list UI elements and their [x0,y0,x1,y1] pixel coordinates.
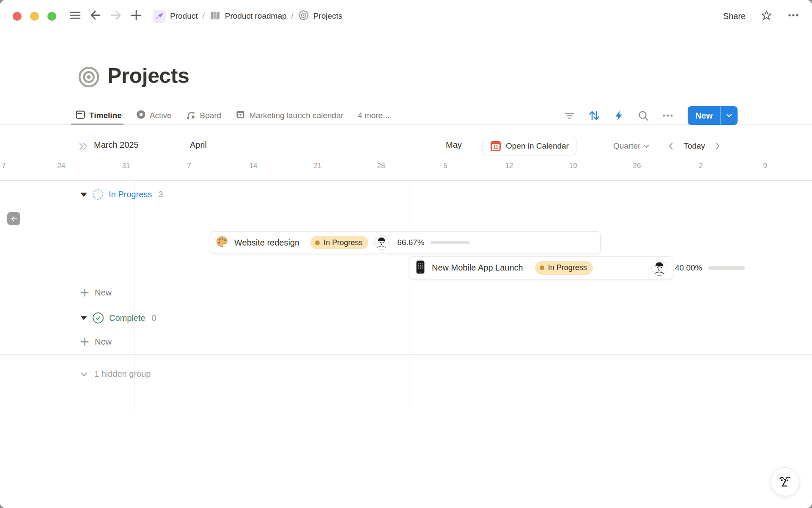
ellipsis-icon[interactable] [661,109,674,122]
open-in-calendar-button[interactable]: 11 Open in Calendar [483,137,576,155]
zoom-window-button[interactable] [47,12,56,21]
timeline-range-controls: Quarter Today [613,137,721,155]
back-button[interactable] [88,9,103,23]
tab-label: Board [200,111,221,120]
calendar-view-icon [236,110,245,121]
breadcrumb-label: Product [170,11,198,21]
breadcrumb-separator: / [202,11,204,21]
palette-emoji [216,235,228,250]
group-header-in-progress[interactable]: In Progress 3 [80,189,163,200]
new-button[interactable]: New [688,106,720,125]
status-label: In Progress [324,238,362,247]
mobile-phone-emoji [415,260,426,276]
breadcrumb-item-projects[interactable]: Projects [298,10,343,23]
date-tick: 21 [314,162,322,170]
date-tick: 19 [569,162,577,170]
titlebar: Product / Product roadmap / Projects Sha… [0,0,812,32]
scroll-months-icon[interactable] [78,142,88,153]
sort-icon[interactable] [588,109,601,122]
add-new-task-button[interactable]: New [80,288,112,298]
chevron-left-icon [667,142,675,150]
page-title: Projects [107,64,189,88]
status-badge[interactable]: In Progress [535,261,593,275]
status-badge[interactable]: In Progress [310,236,368,249]
month-gridline-june [692,181,692,410]
assignee-avatar[interactable] [651,260,667,276]
tab-label: Marketing launch calendar [249,111,343,120]
lightning-icon[interactable] [612,109,625,122]
titlebar-actions: Share [723,9,799,23]
favorite-star-icon[interactable] [761,10,772,23]
group-header-complete[interactable]: Complete 0 [80,312,156,323]
breadcrumb-label: Product roadmap [225,11,287,21]
page-target-icon[interactable] [77,66,100,90]
collapse-caret-icon[interactable] [80,316,87,320]
next-period-button[interactable] [714,142,721,150]
task-bar-website-redesign[interactable]: Website redesign In Progress 66.67% [210,231,601,254]
search-icon[interactable] [637,109,650,122]
status-dot-icon [315,240,320,245]
filter-icon[interactable] [563,109,576,122]
scroll-left-button[interactable] [7,212,20,225]
group-count: 3 [158,190,163,199]
task-title: New Mobile App Launch [432,263,523,273]
plus-icon [80,337,89,346]
add-new-task-button[interactable]: New [80,337,112,347]
new-dropdown-button[interactable] [721,106,738,125]
tab-active[interactable]: Active [136,106,172,125]
group-name: Complete [109,313,145,323]
new-row-label: New [95,288,112,298]
today-button[interactable]: Today [683,141,705,151]
prev-period-button[interactable] [667,142,675,150]
notion-ai-button[interactable] [771,467,799,496]
new-row-label: New [95,337,112,347]
breadcrumb-item-product-roadmap[interactable]: Product roadmap [209,9,287,23]
close-window-button[interactable] [13,12,22,21]
date-tick: 14 [250,162,258,170]
chevron-down-icon [80,370,89,379]
minimize-window-button[interactable] [30,12,39,21]
date-tick: 28 [377,162,385,170]
month-label-may[interactable]: May [446,140,462,150]
group-name: In Progress [109,190,152,199]
tab-board[interactable]: Board [186,106,221,125]
hidden-group-divider [0,354,812,355]
more-options-icon[interactable] [787,9,799,23]
group-count: 0 [152,313,156,323]
tab-more-views[interactable]: 4 more... [358,106,390,125]
breadcrumb-item-product[interactable]: Product [153,10,198,23]
task2-progress-readout: 40.00% [675,256,746,279]
progress-percent: 66.67% [397,238,424,247]
sidebar-menu-button[interactable] [68,9,82,23]
new-page-button[interactable] [129,9,143,23]
open-in-calendar-label: Open in Calendar [506,141,569,151]
task-bar-new-mobile-app-launch[interactable]: New Mobile App Launch In Progress [409,256,673,279]
timeline-view-icon [75,110,85,122]
status-dot-icon [540,265,544,270]
target-icon [298,10,309,23]
breadcrumb-label: Projects [313,11,343,21]
new-button-group: New [688,106,738,125]
date-tick: 7 [2,162,5,170]
zoom-level-value: Quarter [613,141,640,151]
tab-label: 4 more... [358,111,390,120]
plus-icon [130,9,143,23]
view-tabs: Timeline Active Board Marketing launch c… [75,106,390,125]
forward-button[interactable] [109,9,123,23]
assignee-avatar[interactable] [374,235,389,250]
tab-label: Active [150,111,172,120]
share-button[interactable]: Share [723,11,746,21]
collapse-caret-icon[interactable] [80,193,87,197]
breadcrumb: Product / Product roadmap / Projects [153,9,342,23]
date-tick: 26 [633,162,641,170]
date-tick: 2 [699,162,702,170]
hidden-group-label: 1 hidden group [94,369,151,379]
zoom-level-select[interactable]: Quarter [613,141,650,151]
tab-timeline[interactable]: Timeline [75,106,122,125]
product-arrow-icon [153,10,166,23]
tab-marketing-launch-calendar[interactable]: Marketing launch calendar [236,106,343,125]
left-arrow-icon [10,215,18,223]
month-label-march[interactable]: March 2025 [94,140,139,150]
hidden-group-toggle[interactable]: 1 hidden group [80,369,151,379]
month-label-april[interactable]: April [190,140,207,150]
